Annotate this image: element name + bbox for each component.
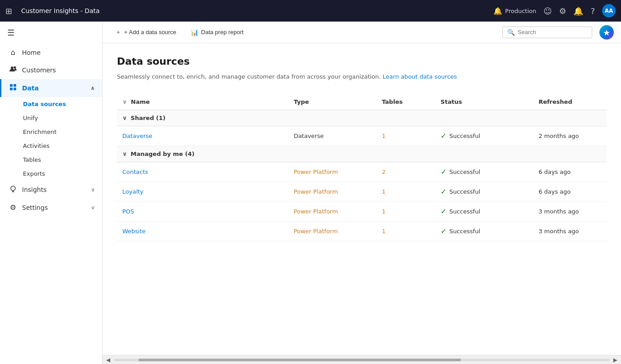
row-tables: 1 [376, 126, 435, 146]
row-type: Power Platform [288, 221, 376, 241]
sidebar-subitem-data-sources-label: Data sources [23, 101, 66, 107]
table-row: Dataverse Dataverse 1 ✓ Successful 2 mon… [117, 126, 607, 146]
table-row: Contacts Power Platform 2 ✓ Successful 6… [117, 162, 607, 182]
sidebar-subitem-tables[interactable]: Tables [0, 153, 102, 167]
svg-point-1 [14, 67, 16, 69]
environment-selector[interactable]: 🔔 Production [493, 7, 536, 15]
col-header-refreshed: Refreshed [533, 94, 607, 110]
sidebar-item-home[interactable]: ⌂ Home [0, 44, 102, 61]
data-sources-table: ∨ Name Type Tables Status Refreshed ∨Sha… [117, 94, 607, 241]
row-refreshed: 3 months ago [533, 201, 607, 221]
help-icon[interactable]: ? [590, 6, 595, 16]
row-refreshed: 6 days ago [533, 162, 607, 182]
row-status: ✓ Successful [435, 126, 533, 146]
sidebar-subitem-data-sources[interactable]: Data sources [0, 97, 102, 111]
col-header-tables: Tables [376, 94, 435, 110]
status-check-icon: ✓ [441, 168, 447, 176]
hamburger-menu[interactable]: ☰ [0, 22, 102, 44]
row-type: Power Platform [288, 201, 376, 221]
group-toggle-icon[interactable]: ∨ [122, 151, 127, 157]
report-icon: 📊 [191, 29, 198, 36]
sidebar-item-settings-label: Settings [22, 204, 48, 211]
data-source-link[interactable]: POS [122, 208, 134, 215]
learn-link[interactable]: Learn about data sources [383, 73, 457, 80]
col-header-status: Status [435, 94, 533, 110]
add-data-source-button[interactable]: ＋ + Add a data source [110, 26, 182, 39]
data-expand-icon: ∧ [90, 85, 95, 91]
row-type: Dataverse [288, 126, 376, 146]
table-group-header: ∨Shared (1) [117, 110, 607, 126]
data-source-link[interactable]: Contacts [122, 169, 148, 175]
row-tables: 1 [376, 201, 435, 221]
search-box[interactable]: 🔍 [502, 27, 592, 38]
sidebar-item-data-label: Data [22, 84, 39, 92]
sidebar-nav: ⌂ Home Customers Data ∧ [0, 44, 102, 216]
sidebar-item-data[interactable]: Data ∧ [0, 79, 102, 97]
horizontal-scrollbar[interactable]: ◀ ▶ [103, 355, 621, 364]
sort-icon[interactable]: ∨ [122, 98, 127, 105]
status-text: Successful [449, 169, 480, 175]
scrollbar-thumb[interactable] [138, 359, 461, 361]
topbar-right: 🔔 Production ☺ ⚙ 🔔 ? AA [493, 4, 616, 18]
row-refreshed: 6 days ago [533, 182, 607, 201]
row-name: Website [117, 221, 288, 241]
settings-icon[interactable]: ⚙ [559, 6, 566, 16]
table-group-header: ∨Managed by me (4) [117, 146, 607, 162]
main-content: Data sources Seamlessly connect to, enri… [103, 43, 621, 355]
row-tables: 1 [376, 182, 435, 201]
smiley-icon[interactable]: ☺ [544, 6, 552, 16]
add-data-source-label: + Add a data source [124, 29, 176, 36]
sidebar-item-customers-label: Customers [22, 67, 56, 74]
row-refreshed: 3 months ago [533, 221, 607, 241]
app-body: ☰ ⌂ Home Customers Data [0, 22, 621, 364]
search-input[interactable] [518, 29, 587, 36]
scroll-right-arrow[interactable]: ▶ [612, 356, 619, 364]
svg-point-6 [11, 186, 15, 191]
sidebar-subitem-activities[interactable]: Activities [0, 139, 102, 153]
avatar[interactable]: AA [602, 4, 616, 18]
row-name: Dataverse [117, 126, 288, 146]
col-header-name: ∨ Name [117, 94, 288, 110]
svg-rect-2 [10, 84, 13, 87]
sidebar-subitem-unify-label: Unify [23, 115, 38, 121]
bell-icon[interactable]: 🔔 [573, 6, 583, 16]
scroll-left-arrow[interactable]: ◀ [104, 356, 112, 364]
sidebar-subitem-enrichment-label: Enrichment [23, 129, 57, 135]
scrollbar-track[interactable] [114, 359, 610, 361]
sidebar-item-insights[interactable]: Insights ∨ [0, 181, 102, 199]
sidebar-subitem-exports[interactable]: Exports [0, 167, 102, 181]
sidebar-subitem-unify[interactable]: Unify [0, 111, 102, 125]
row-status: ✓ Successful [435, 162, 533, 182]
app-title: Customer Insights - Data [21, 7, 488, 14]
svg-rect-8 [12, 191, 14, 192]
table-row: Loyalty Power Platform 1 ✓ Successful 6 … [117, 182, 607, 201]
data-prep-report-button[interactable]: 📊 Data prep report [185, 26, 249, 39]
copilot-circle [599, 25, 614, 40]
data-source-link[interactable]: Dataverse [122, 133, 152, 139]
topbar: ⊞ Customer Insights - Data 🔔 Production … [0, 0, 621, 22]
data-source-link[interactable]: Loyalty [122, 188, 143, 195]
home-icon: ⌂ [9, 48, 18, 57]
sidebar-item-settings[interactable]: ⚙ Settings ∨ [0, 199, 102, 216]
sidebar-item-customers[interactable]: Customers [0, 61, 102, 79]
data-source-link[interactable]: Website [122, 228, 146, 235]
status-text: Successful [449, 188, 480, 195]
status-text: Successful [449, 228, 480, 235]
row-name: Loyalty [117, 182, 288, 201]
row-status: ✓ Successful [435, 182, 533, 201]
settings-expand-icon: ∨ [91, 204, 95, 211]
status-check-icon: ✓ [441, 227, 447, 235]
sidebar-subitem-exports-label: Exports [23, 170, 45, 177]
grid-icon[interactable]: ⊞ [5, 6, 12, 16]
add-icon: ＋ [115, 28, 121, 36]
sidebar-subitem-enrichment[interactable]: Enrichment [0, 125, 102, 139]
toolbar: ＋ + Add a data source 📊 Data prep report… [103, 22, 621, 43]
svg-rect-3 [13, 84, 16, 87]
row-type: Power Platform [288, 182, 376, 201]
insights-expand-icon: ∨ [91, 186, 95, 193]
sidebar-subitem-activities-label: Activities [23, 142, 49, 149]
group-toggle-icon[interactable]: ∨ [122, 115, 127, 121]
table-row: POS Power Platform 1 ✓ Successful 3 mont… [117, 201, 607, 221]
copilot-button[interactable] [599, 25, 614, 40]
row-refreshed: 2 months ago [533, 126, 607, 146]
